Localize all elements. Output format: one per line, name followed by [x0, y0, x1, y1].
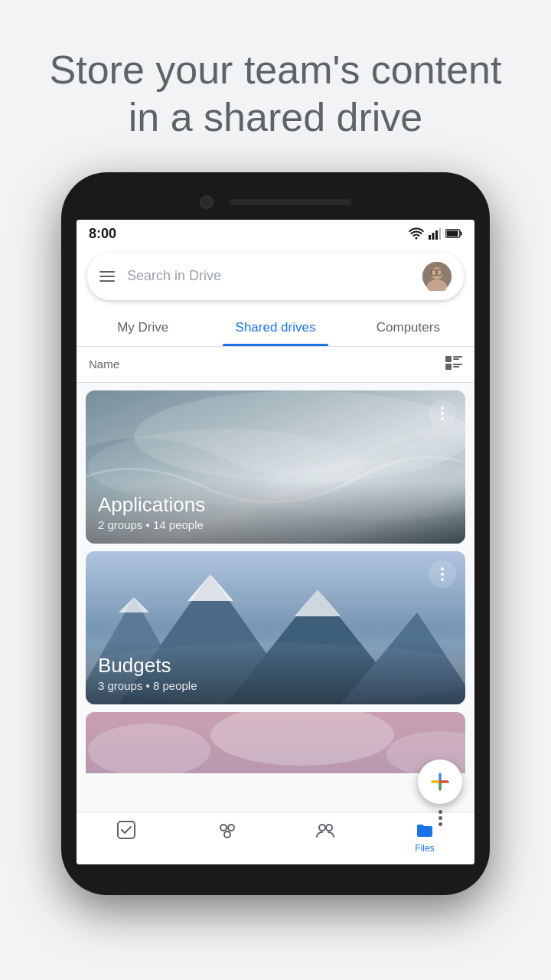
- applications-menu-button[interactable]: [429, 400, 456, 427]
- svg-rect-5: [447, 231, 458, 237]
- nav-item-activity[interactable]: [176, 820, 276, 854]
- status-icons: [409, 227, 462, 240]
- sort-bar: Name: [77, 347, 474, 383]
- svg-rect-3: [439, 228, 442, 240]
- svg-point-48: [319, 825, 325, 831]
- svg-point-49: [326, 825, 332, 831]
- search-placeholder: Search in Drive: [127, 268, 410, 284]
- phone-top: [77, 188, 474, 220]
- list-view-icon[interactable]: [445, 356, 462, 373]
- wifi-icon: [409, 227, 424, 240]
- budgets-menu-button[interactable]: [429, 560, 456, 588]
- third-card-bg: [86, 712, 465, 773]
- nav-item-tasks[interactable]: [77, 820, 176, 854]
- budgets-title: Budgets: [98, 654, 453, 678]
- third-card[interactable]: [86, 712, 465, 773]
- hamburger-icon[interactable]: [99, 271, 115, 282]
- budgets-subtitle: 3 groups • 8 people: [98, 679, 453, 692]
- svg-rect-2: [435, 230, 438, 240]
- status-time: 8:00: [89, 226, 116, 242]
- phone-bottom: [77, 864, 474, 880]
- avatar[interactable]: [422, 262, 452, 291]
- svg-rect-0: [429, 235, 431, 240]
- svg-rect-18: [445, 364, 452, 370]
- svg-rect-19: [453, 364, 462, 365]
- status-bar: 8:00: [77, 220, 474, 248]
- svg-rect-6: [461, 232, 462, 236]
- applications-card[interactable]: Applications 2 groups • 14 people: [86, 390, 465, 544]
- shared-icon: [315, 820, 335, 840]
- cards-container: Applications 2 groups • 14 people: [77, 383, 474, 781]
- svg-rect-20: [453, 366, 459, 368]
- fab-overflow-icon[interactable]: [439, 810, 442, 826]
- activity-icon: [216, 820, 236, 840]
- svg-rect-1: [432, 233, 435, 240]
- applications-overlay: Applications 2 groups • 14 people: [86, 482, 465, 544]
- phone-shell: 8:00: [61, 172, 490, 895]
- tasks-icon: [116, 820, 136, 840]
- svg-rect-17: [453, 358, 459, 360]
- tabs: My Drive Shared drives Computers: [77, 309, 474, 347]
- phone-screen: 8:00: [77, 220, 474, 864]
- tab-my-drive[interactable]: My Drive: [77, 309, 209, 346]
- svg-rect-16: [453, 356, 462, 358]
- budgets-card[interactable]: Budgets 3 groups • 8 people: [86, 551, 465, 704]
- fab-button[interactable]: [418, 760, 462, 804]
- tab-shared-drives[interactable]: Shared drives: [209, 309, 341, 346]
- applications-title: Applications: [98, 493, 453, 517]
- three-dots-icon: [441, 407, 444, 420]
- svg-rect-15: [445, 356, 452, 362]
- svg-point-45: [220, 825, 227, 831]
- search-bar[interactable]: Search in Drive: [87, 253, 464, 300]
- tab-computers[interactable]: Computers: [342, 309, 474, 346]
- signal-icon: [429, 227, 441, 240]
- battery-icon: [445, 228, 462, 239]
- three-dots-icon-2: [441, 567, 444, 581]
- camera: [200, 195, 214, 209]
- budgets-overlay: Budgets 3 groups • 8 people: [86, 643, 465, 704]
- sort-label[interactable]: Name: [89, 358, 119, 371]
- svg-point-46: [228, 825, 234, 831]
- bottom-nav: Files: [77, 812, 474, 864]
- svg-point-47: [224, 831, 230, 838]
- nav-item-shared[interactable]: [276, 820, 375, 854]
- speaker: [229, 199, 351, 205]
- hero-text: Store your team's content in a shared dr…: [0, 0, 551, 172]
- svg-rect-44: [118, 822, 135, 838]
- applications-subtitle: 2 groups • 14 people: [98, 518, 453, 531]
- fab-area: [418, 760, 462, 826]
- files-nav-label: Files: [415, 843, 434, 854]
- fab-spacer: [77, 781, 474, 812]
